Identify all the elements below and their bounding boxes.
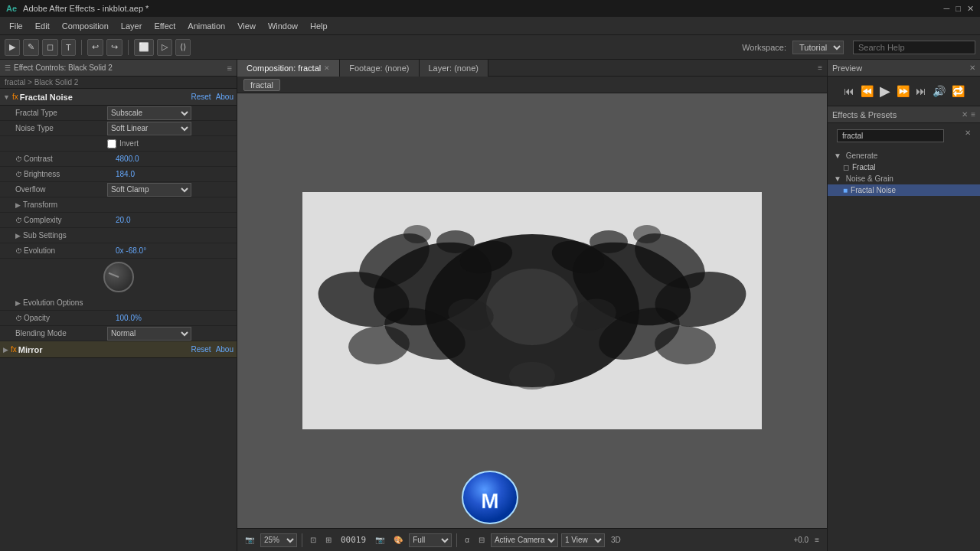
svg-point-21 <box>633 225 661 243</box>
ep-item-fractal[interactable]: ◻ Fractal <box>828 161 980 173</box>
ep-menu[interactable]: ≡ <box>971 110 975 119</box>
ep-close[interactable]: ✕ <box>962 110 968 119</box>
ep-generate-toggle[interactable]: ▼ <box>834 152 841 160</box>
comp-tab-close[interactable]: ✕ <box>324 64 330 72</box>
toolbar-undo[interactable]: ↩ <box>87 39 103 56</box>
panel-menu-icon[interactable]: ≡ <box>227 64 232 73</box>
opacity-value[interactable]: 100.0% <box>116 314 234 322</box>
transform-toggle[interactable]: ▶ <box>15 201 21 209</box>
preview-fit-btn[interactable]: ⊡ <box>307 534 319 546</box>
comp-panel-menu[interactable]: ≡ <box>813 64 827 72</box>
complexity-value[interactable]: 20.0 <box>116 216 234 224</box>
preview-alpha-btn[interactable]: α <box>462 534 472 546</box>
toolbar-select-tool[interactable]: ▶ <box>5 39 20 56</box>
toolbar-snap[interactable]: ⟨⟩ <box>175 39 191 56</box>
menu-animation[interactable]: Animation <box>181 20 231 32</box>
panel-title: Effect Controls: Black Solid 2 <box>14 64 113 72</box>
comp-tab-footage[interactable]: Footage: (none) <box>340 60 419 77</box>
menu-file[interactable]: File <box>3 20 29 32</box>
mirror-fx-icon: fx <box>11 345 17 354</box>
comp-tab-fractal[interactable]: Composition: fractal ✕ <box>237 60 340 77</box>
mirror-toggle[interactable]: ▶ <box>3 346 8 354</box>
go-end-btn[interactable]: ⏭ <box>914 83 928 99</box>
preview-canvas <box>302 192 762 429</box>
noise-type-select[interactable]: Soft LinearBlock <box>107 122 191 135</box>
preview-area <box>237 93 827 528</box>
minimize-btn[interactable]: ─ <box>944 4 950 14</box>
close-btn[interactable]: ✕ <box>967 4 974 14</box>
fractal-noise-about[interactable]: Abou <box>216 93 234 101</box>
effects-search-input[interactable] <box>837 129 944 142</box>
ep-search-container: ✕ <box>828 123 980 148</box>
ep-category-generate[interactable]: ▼ Generate <box>828 150 980 161</box>
maximize-btn[interactable]: □ <box>956 4 961 14</box>
ep-noise-toggle[interactable]: ▼ <box>834 174 841 183</box>
preview-color-btn[interactable]: 🎨 <box>390 534 406 546</box>
preview-grid-btn[interactable]: ⊞ <box>322 534 335 546</box>
quality-select[interactable]: FullHalfQuarter <box>409 533 452 547</box>
brightness-value[interactable]: 184.0 <box>116 170 234 178</box>
view-select[interactable]: 1 View2 Views <box>561 533 605 547</box>
toolbar-preview[interactable]: ▷ <box>157 39 172 56</box>
workspace-select[interactable]: Tutorial Default <box>792 41 844 54</box>
zoom-select[interactable]: 25%50%100% <box>260 533 297 547</box>
loop-btn[interactable]: 🔁 <box>950 83 966 99</box>
fractal-noise-toggle[interactable]: ▼ <box>3 93 10 101</box>
evolution-dial[interactable] <box>103 262 134 292</box>
menu-view[interactable]: View <box>231 20 262 32</box>
effects-presets-label: Effects & Presets <box>832 110 897 119</box>
preview-camera-btn[interactable]: 📷 <box>372 534 387 546</box>
contrast-stopwatch[interactable]: ⏱ <box>15 155 22 163</box>
transform-row: ▶ Transform <box>0 197 237 213</box>
ep-category-noise-grain[interactable]: ▼ Noise & Grain <box>828 173 980 184</box>
prev-frame-btn[interactable]: ⏪ <box>859 83 875 99</box>
menu-layer[interactable]: Layer <box>115 20 149 32</box>
comp-tab-layer[interactable]: Layer: (none) <box>420 60 488 77</box>
preview-menu-btn[interactable]: ≡ <box>812 534 822 546</box>
mirror-reset[interactable]: Reset <box>191 345 211 354</box>
mirror-about[interactable]: Abou <box>216 345 234 354</box>
ep-fractal-noise-icon: ■ <box>843 186 848 194</box>
toolbar-render[interactable]: ⬜ <box>134 39 154 56</box>
comp-tab-layer-label: Layer: (none) <box>429 64 479 73</box>
preview-close[interactable]: ✕ <box>969 64 975 72</box>
ep-item-fractal-noise[interactable]: ■ Fractal Noise <box>828 184 980 196</box>
evolution-stopwatch[interactable]: ⏱ <box>15 247 22 255</box>
menu-effect[interactable]: Effect <box>148 20 181 32</box>
fractal-noise-reset[interactable]: Reset <box>191 93 211 101</box>
sub-settings-toggle[interactable]: ▶ <box>15 232 21 240</box>
preview-3d-btn[interactable]: 3D <box>608 534 624 546</box>
blending-mode-select[interactable]: NormalMultiplyScreen <box>107 327 191 341</box>
brightness-stopwatch[interactable]: ⏱ <box>15 171 22 178</box>
ep-noise-label: Noise & Grain <box>846 174 893 183</box>
preview-checkerboard-btn[interactable]: ⊟ <box>475 534 488 546</box>
opacity-stopwatch[interactable]: ⏱ <box>15 315 22 322</box>
toolbar-shape-tool[interactable]: ◻ <box>42 39 58 56</box>
evolution-value[interactable]: 0x -68.0° <box>116 246 234 255</box>
toolbar-redo[interactable]: ↪ <box>106 39 122 56</box>
title-bar: Ae Adobe After Effects - inkblot.aep * ─… <box>0 0 980 17</box>
camera-select[interactable]: Active Camera <box>491 533 558 547</box>
ep-search-clear[interactable]: ✕ <box>965 129 971 137</box>
toolbar-text-tool[interactable]: T <box>61 39 76 56</box>
go-start-btn[interactable]: ⏮ <box>842 83 856 99</box>
menu-composition[interactable]: Composition <box>56 20 115 32</box>
audio-btn[interactable]: 🔊 <box>931 83 947 99</box>
preview-snap-btn[interactable]: 📷 <box>242 534 257 546</box>
preview-sep-1 <box>302 533 302 547</box>
overflow-select[interactable]: Soft ClampClipWrap <box>107 183 191 197</box>
invert-checkbox[interactable] <box>107 139 116 148</box>
help-search-input[interactable] <box>853 41 975 54</box>
menu-window[interactable]: Window <box>262 20 304 32</box>
toolbar-pen-tool[interactable]: ✎ <box>23 39 39 56</box>
blending-mode-label: Blending Mode <box>15 329 107 337</box>
contrast-value[interactable]: 4800.0 <box>116 155 234 163</box>
play-btn[interactable]: ▶ <box>878 81 892 101</box>
menu-help[interactable]: Help <box>304 20 334 32</box>
evolution-options-toggle[interactable]: ▶ <box>15 299 21 307</box>
complexity-stopwatch[interactable]: ⏱ <box>15 217 22 224</box>
menu-edit[interactable]: Edit <box>29 20 56 32</box>
fractal-type-select[interactable]: SubscaleBasic <box>107 106 191 120</box>
dial-indicator <box>108 272 119 278</box>
next-frame-btn[interactable]: ⏩ <box>895 83 911 99</box>
